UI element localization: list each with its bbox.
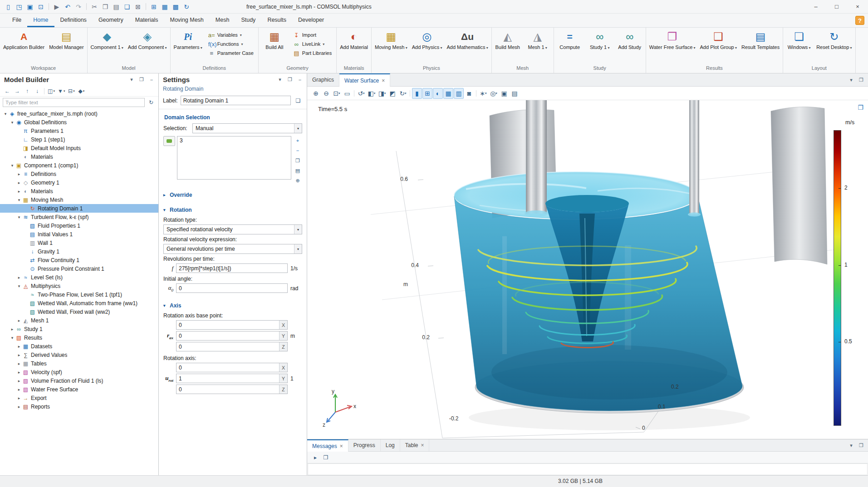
base-z-input[interactable]: [176, 342, 288, 351]
chevron-collapsed-icon[interactable]: ▸: [16, 180, 22, 185]
show-mesh-rendering-icon[interactable]: ▦: [443, 88, 453, 99]
messages-tab-log[interactable]: Log: [381, 439, 400, 451]
menu-tab-study[interactable]: Study: [235, 14, 261, 27]
tree-item[interactable]: ▥Wall 1: [0, 239, 158, 247]
messages-tab-messages[interactable]: Messages×: [307, 439, 348, 452]
tree-item[interactable]: ▸◐Materials: [0, 187, 158, 195]
show-color-legend-icon[interactable]: ▮: [412, 88, 422, 99]
tree-item[interactable]: ▾▧Results: [0, 333, 158, 342]
nav-back-icon[interactable]: ←: [3, 87, 12, 96]
axis-z-input[interactable]: [176, 385, 288, 394]
image-snapshot-icon[interactable]: ▣: [499, 88, 509, 99]
tree-item[interactable]: ▸◭Mesh 1: [0, 316, 158, 325]
messages-tab-table[interactable]: Table×: [400, 439, 430, 451]
undo-button[interactable]: ↶: [62, 1, 73, 12]
cut-button[interactable]: ✂: [89, 1, 100, 12]
open-file-button[interactable]: ◳: [14, 1, 25, 12]
add-node-button[interactable]: ⊞: [148, 1, 159, 12]
edit-label-icon[interactable]: ❏: [294, 96, 303, 105]
tree-item[interactable]: ↻Rotating Domain 1: [0, 204, 158, 213]
tree-item[interactable]: ⇄Flow Continuity 1: [0, 256, 158, 264]
go-to-default-view-icon[interactable]: ↺▾: [356, 88, 366, 99]
section-header-rotation[interactable]: Rotation: [163, 205, 302, 215]
tree-item[interactable]: ▸▤Reports: [0, 402, 158, 411]
collapse-panel-icon[interactable]: −: [296, 76, 304, 84]
ribbon-button-add-plot-group[interactable]: ❑Add Plot Group ▾: [698, 28, 739, 64]
tree-item[interactable]: ▸→Export: [0, 394, 158, 402]
chevron-collapsed-icon[interactable]: ▸: [16, 172, 22, 176]
selection-list[interactable]: 3: [177, 136, 291, 180]
tree-item[interactable]: ◐Materials: [0, 152, 158, 161]
active-selection-toggle[interactable]: [163, 136, 175, 146]
chevron-expanded-icon[interactable]: ▾: [10, 163, 15, 168]
panel-menu-icon[interactable]: ▾: [847, 76, 855, 84]
copy-selection-icon[interactable]: ❐: [293, 156, 302, 165]
menu-tab-developer[interactable]: Developer: [292, 14, 330, 27]
ribbon-button-add-material[interactable]: ◐Add Material: [338, 28, 370, 64]
base-x-input[interactable]: [176, 320, 288, 330]
chevron-expanded-icon[interactable]: ▾: [3, 112, 8, 116]
remove-selection-icon[interactable]: −: [293, 146, 302, 155]
tree-item[interactable]: ▧Wetted Wall, Automatic from frame (ww1): [0, 299, 158, 307]
refresh-plot-icon[interactable]: ↻▾: [398, 88, 408, 99]
tree-item[interactable]: πParameters 1: [0, 127, 158, 135]
detach-plot-icon[interactable]: ❐: [858, 104, 863, 111]
zoom-box-icon[interactable]: ▭: [342, 88, 352, 99]
float-panel-icon[interactable]: ❐: [286, 76, 294, 84]
menu-tab-materials[interactable]: Materials: [129, 14, 164, 27]
menu-tab-geometry[interactable]: Geometry: [93, 14, 129, 27]
tree-item[interactable]: ▾▦Moving Mesh: [0, 195, 158, 204]
view-zx-icon[interactable]: ◩: [387, 88, 397, 99]
velocity-expression-select[interactable]: General revolutions per time ▾: [163, 244, 302, 254]
ribbon-button-add-study[interactable]: ∞Add Study: [615, 28, 645, 64]
tree-item[interactable]: ▸▦Datasets: [0, 342, 158, 351]
zoom-selection-icon[interactable]: ⊕: [293, 176, 302, 185]
tree-item[interactable]: ⊙Pressure Point Constraint 1: [0, 264, 158, 273]
zoom-extents-icon[interactable]: ⊡▾: [332, 88, 342, 99]
maximize-button[interactable]: □: [826, 0, 847, 14]
section-header-override[interactable]: Override: [163, 190, 302, 200]
close-icon[interactable]: ×: [340, 443, 343, 449]
ribbon-button-functions[interactable]: f(x)Functions▾: [206, 39, 255, 49]
lock-view-icon[interactable]: ◙: [464, 88, 474, 99]
graphics-canvas[interactable]: Time=5.5 s ❐: [307, 100, 868, 439]
ribbon-button-parameters[interactable]: PiParameters ▾: [172, 28, 205, 64]
ribbon-button-compute[interactable]: =Compute: [555, 28, 585, 64]
menu-tab-home[interactable]: Home: [27, 14, 54, 27]
tree-item[interactable]: ≈Two-Phase Flow, Level Set 1 (tpf1): [0, 290, 158, 299]
ribbon-button-study-1[interactable]: ∞Study 1 ▾: [585, 28, 615, 64]
tree-item[interactable]: ▸▦Tables: [0, 359, 158, 368]
menu-tab-results[interactable]: Results: [261, 14, 292, 27]
minimize-button[interactable]: –: [805, 0, 826, 14]
axis-x-input[interactable]: [176, 363, 288, 372]
graphics-tab-graphics[interactable]: Graphics: [307, 73, 339, 86]
tree-item[interactable]: ▸∞Study 1: [0, 325, 158, 333]
close-icon[interactable]: ×: [382, 78, 385, 84]
tree-item[interactable]: ▾◉Global Definitions: [0, 118, 158, 127]
nav-forward-icon[interactable]: →: [13, 87, 22, 96]
ribbon-button-model-manager[interactable]: ▤Model Manager: [47, 28, 86, 64]
paste-button[interactable]: ▤: [111, 1, 122, 12]
tree-item[interactable]: ▸≡Definitions: [0, 170, 158, 178]
run-button[interactable]: ▶: [51, 1, 62, 12]
ribbon-button-variables[interactable]: a=Variables▾: [206, 30, 255, 39]
ribbon-button-mesh-1[interactable]: ◮Mesh 1 ▾: [523, 28, 553, 64]
selection-select[interactable]: Manual ▾: [192, 123, 302, 133]
ribbon-button-parameter-case[interactable]: ≡Parameter Case: [206, 49, 255, 58]
chevron-expanded-icon[interactable]: ▾: [16, 198, 22, 202]
chevron-collapsed-icon[interactable]: ▸: [16, 344, 22, 349]
tree-item[interactable]: ∟Step 1 (step1): [0, 135, 158, 144]
menu-tab-definitions[interactable]: Definitions: [54, 14, 93, 27]
chevron-collapsed-icon[interactable]: ▸: [16, 387, 22, 392]
modify-node-icon[interactable]: ◆▾: [77, 87, 86, 96]
ribbon-button-windows[interactable]: ❏Windows ▾: [784, 28, 814, 64]
chevron-expanded-icon[interactable]: ▾: [16, 284, 22, 288]
chevron-expanded-icon[interactable]: ▾: [10, 120, 15, 125]
tree-item[interactable]: ▸∑Derived Values: [0, 351, 158, 359]
zoom-out-icon[interactable]: ⊖: [321, 88, 331, 99]
ribbon-button-component-1[interactable]: ◆Component 1 ▾: [88, 28, 126, 64]
close-icon[interactable]: ×: [421, 442, 424, 448]
menu-tab-mesh[interactable]: Mesh: [210, 14, 235, 27]
tree-item[interactable]: ▧Fluid Properties 1: [0, 221, 158, 230]
node-label-input[interactable]: [181, 96, 291, 105]
